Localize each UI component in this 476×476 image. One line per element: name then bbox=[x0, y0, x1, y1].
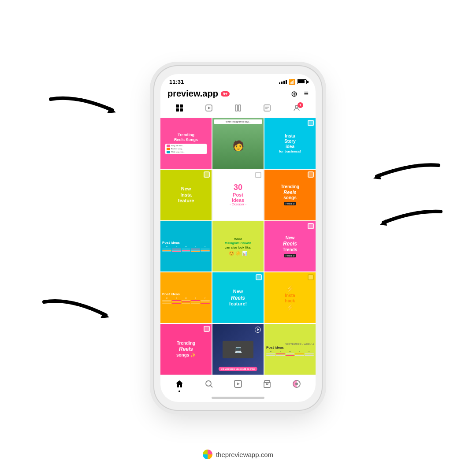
home-bar bbox=[212, 397, 264, 399]
notification-badge: 9+ bbox=[221, 91, 230, 97]
phone-mockup: 11:31 📶 preview.app bbox=[154, 66, 322, 410]
post-grid: Trending Reels Songs Song title here... … bbox=[160, 118, 316, 375]
app-name: preview.app bbox=[167, 89, 218, 99]
footer-website: thepreviewapp.com bbox=[216, 451, 273, 458]
cell-checkbox[interactable] bbox=[308, 223, 314, 229]
svg-rect-8 bbox=[264, 105, 270, 111]
cell-title: Post ideas bbox=[162, 292, 210, 296]
header-icons: ⊕ ≡ bbox=[291, 89, 309, 99]
tab-profile[interactable]: 1 bbox=[293, 104, 301, 114]
status-bar: 11:31 📶 bbox=[160, 74, 316, 87]
grid-cell-when-instagram[interactable]: When Instagram is dow... 🧑 bbox=[212, 118, 264, 169]
svg-marker-15 bbox=[237, 383, 240, 385]
app-title: preview.app 9+ bbox=[167, 89, 230, 99]
grid-cell-trending-reels-2[interactable]: Trending Reels songs PART 9 bbox=[264, 170, 316, 220]
tab-stories[interactable] bbox=[234, 104, 242, 114]
grid-cell-post-ideas-2[interactable]: Post ideas M T W T F bbox=[160, 272, 212, 323]
battery-icon bbox=[297, 79, 307, 84]
cell-text: ⚡ Insta hack ⚡ bbox=[285, 285, 295, 311]
svg-rect-1 bbox=[180, 104, 183, 108]
add-icon[interactable]: ⊕ bbox=[291, 89, 298, 99]
cell-checkbox[interactable] bbox=[255, 172, 261, 178]
mini-calendar: M T W T F bbox=[162, 297, 210, 304]
arrow-2 bbox=[368, 156, 447, 187]
cell-text: New Reels Trends bbox=[283, 235, 298, 252]
cell-text: InstaStoryidea for business! bbox=[279, 134, 301, 154]
grid-cell-trending-reels-1[interactable]: Trending Reels Songs Song title here... … bbox=[160, 118, 212, 169]
svg-rect-6 bbox=[235, 105, 238, 111]
grid-cell-trending-reels-3[interactable]: Trending Reels songs ✨ bbox=[160, 324, 212, 375]
arrow-4 bbox=[35, 293, 115, 328]
mini-calendar: M T W T F bbox=[162, 245, 210, 252]
svg-line-13 bbox=[210, 386, 212, 388]
grid-cell-new-reels-trends[interactable]: New Reels Trends PART 9 bbox=[264, 221, 316, 272]
cell-text: 30 Post ideas - October - bbox=[230, 183, 246, 207]
svg-rect-7 bbox=[238, 105, 241, 111]
grid-cell-insta-story[interactable]: InstaStoryidea for business! bbox=[264, 118, 316, 169]
cell-title: Trending bbox=[174, 133, 198, 138]
app-header: preview.app 9+ ⊕ ≡ bbox=[160, 87, 316, 102]
arrow-3 bbox=[375, 205, 450, 234]
nav-palette[interactable] bbox=[292, 379, 301, 390]
status-time: 11:31 bbox=[169, 78, 184, 85]
phone-screen: 11:31 📶 preview.app bbox=[160, 74, 316, 402]
cell-checkbox[interactable] bbox=[256, 274, 262, 280]
svg-point-18 bbox=[295, 383, 298, 385]
grid-cell-instagram-growth[interactable]: What Instagram Growth can also look like… bbox=[212, 221, 264, 272]
tab-grid[interactable] bbox=[175, 104, 183, 114]
cell-title: Post ideas bbox=[266, 346, 314, 350]
cell-checkbox[interactable] bbox=[308, 274, 314, 280]
profile-badge: 1 bbox=[298, 102, 303, 108]
cell-text: New Reels feature! bbox=[229, 289, 247, 307]
tab-reels[interactable] bbox=[205, 104, 213, 114]
arrow-1 bbox=[42, 90, 121, 126]
grid-cell-new-reels-feature[interactable]: New Reels feature! bbox=[212, 272, 264, 323]
cell-text: NewInstafeature bbox=[178, 186, 194, 204]
part-badge: PART 9 bbox=[284, 254, 296, 257]
svg-rect-3 bbox=[180, 108, 183, 112]
svg-rect-0 bbox=[176, 104, 179, 108]
cell-overlay-text: Did you know you could do this? bbox=[219, 367, 257, 371]
mini-calendar: M T W T F bbox=[266, 350, 314, 356]
nav-shop[interactable] bbox=[263, 379, 271, 390]
signal-icon bbox=[279, 80, 287, 84]
nav-home[interactable] bbox=[175, 379, 184, 390]
footer-logo bbox=[203, 450, 212, 459]
cell-title: Reels Songs bbox=[174, 138, 198, 142]
cell-checkbox[interactable] bbox=[204, 171, 210, 178]
website-footer: thepreviewapp.com bbox=[203, 450, 273, 459]
status-icons: 📶 bbox=[279, 79, 307, 85]
menu-icon[interactable]: ≡ bbox=[304, 89, 309, 98]
nav-reels[interactable] bbox=[234, 379, 242, 390]
grid-cell-new-insta-feature[interactable]: NewInstafeature bbox=[160, 170, 212, 220]
grid-cell-did-you-know[interactable]: 💻 Did you know you could do this? bbox=[212, 324, 264, 375]
svg-marker-5 bbox=[208, 107, 211, 109]
grid-cell-30-post-ideas[interactable]: 30 Post ideas - October - bbox=[212, 170, 264, 220]
nav-search[interactable] bbox=[205, 379, 213, 390]
part-badge: PART 9 bbox=[284, 202, 296, 205]
grid-cell-post-ideas-3[interactable]: SEPTEMBER - WEEK 4 Post ideas M T W T F bbox=[264, 324, 316, 375]
home-indicator bbox=[160, 393, 316, 402]
nav-tabs: 1 bbox=[160, 102, 316, 118]
cell-checkbox[interactable] bbox=[308, 171, 314, 178]
cell-checkbox[interactable] bbox=[204, 326, 210, 332]
cell-text: What Instagram Growth can also look like… bbox=[225, 237, 251, 249]
wifi-icon: 📶 bbox=[289, 79, 295, 85]
tab-captions[interactable] bbox=[263, 104, 271, 114]
grid-cell-post-ideas-1[interactable]: Post ideas M T W T F bbox=[160, 221, 212, 272]
svg-point-12 bbox=[206, 381, 211, 386]
cell-checkbox[interactable] bbox=[308, 120, 314, 126]
bottom-nav bbox=[160, 375, 316, 393]
cell-title: Post ideas bbox=[162, 241, 210, 245]
svg-rect-2 bbox=[176, 108, 179, 112]
cell-text: Trending Reels songs ✨ bbox=[176, 341, 196, 357]
grid-cell-insta-hack[interactable]: ⚡ Insta hack ⚡ bbox=[264, 272, 316, 323]
cell-text: Trending Reels songs bbox=[281, 184, 299, 201]
